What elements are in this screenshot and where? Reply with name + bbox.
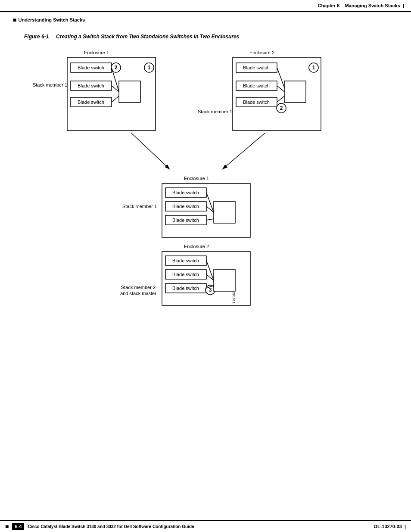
blade-switch-b1-1: Blade switch <box>172 190 199 195</box>
figure-caption: Figure 6-1 Creating a Switch Stack from … <box>24 34 239 40</box>
svg-rect-7 <box>119 81 140 103</box>
stack-member1-bottom: Stack member 1 <box>122 204 157 209</box>
page-number: 6-4 <box>12 523 24 530</box>
svg-text:2: 2 <box>280 105 283 111</box>
blade-switch-b1-2: Blade switch <box>172 204 199 209</box>
network-diagram: Enclosure 1 Blade switch 2 Blade switch … <box>24 47 382 322</box>
blade-switch-tl2: Blade switch <box>78 83 104 88</box>
blade-switch-tr3: Blade switch <box>243 100 270 105</box>
blade-switch-tr1: Blade switch <box>243 65 270 70</box>
svg-rect-19 <box>284 81 306 103</box>
enc1-top-label: Enclosure 1 <box>84 50 109 55</box>
footer-bar: ■ 6-4 Cisco Catalyst Blade Switch 3130 a… <box>0 520 411 532</box>
blade-switch-tr2: Blade switch <box>243 83 270 88</box>
svg-rect-31 <box>214 202 235 223</box>
section-header: Understanding Switch Stacks <box>18 17 85 22</box>
stack-member1-right: Stack member 1 <box>198 109 232 114</box>
header-bar: Chapter 6 Managing Switch Stacks | <box>0 0 411 12</box>
header-text: Chapter 6 Managing Switch Stacks | <box>318 3 404 8</box>
diagram-watermark: 201911 <box>232 292 236 304</box>
enc2-top-label: Enclosure 2 <box>249 50 274 55</box>
blade-switch-b2-2: Blade switch <box>172 272 199 277</box>
blade-switch-b2-3: Blade switch <box>172 286 199 291</box>
svg-text:3: 3 <box>209 287 212 293</box>
margin-mark-footer: ■ <box>5 523 9 530</box>
stack-master-label: and stack master <box>120 291 156 296</box>
blade-switch-b1-3: Blade switch <box>172 218 199 223</box>
page-content: ■ Understanding Switch Stacks Figure 6-1… <box>0 12 411 520</box>
footer-title: Cisco Catalyst Blade Switch 3130 and 303… <box>28 524 194 529</box>
blade-switch-tl1: Blade switch <box>78 65 104 70</box>
svg-text:2: 2 <box>115 65 118 71</box>
blade-switch-tl3: Blade switch <box>78 100 104 105</box>
margin-mark: ■ <box>13 16 16 23</box>
svg-text:1: 1 <box>148 65 151 71</box>
footer-doc-number: OL-13270-03 | <box>374 524 406 529</box>
stack-member2-label: Stack member 2 <box>121 285 156 290</box>
stack-member1-left: Stack member 1 <box>33 82 67 87</box>
blade-switch-b2-1: Blade switch <box>172 258 199 263</box>
svg-rect-41 <box>214 270 235 291</box>
svg-line-26 <box>222 133 265 169</box>
enc1-bottom-label: Enclosure 1 <box>184 176 209 181</box>
enc2-bottom-label: Enclosure 2 <box>184 244 209 249</box>
svg-line-25 <box>131 133 170 169</box>
footer-left: ■ 6-4 Cisco Catalyst Blade Switch 3130 a… <box>5 523 194 530</box>
svg-text:1: 1 <box>312 65 315 71</box>
